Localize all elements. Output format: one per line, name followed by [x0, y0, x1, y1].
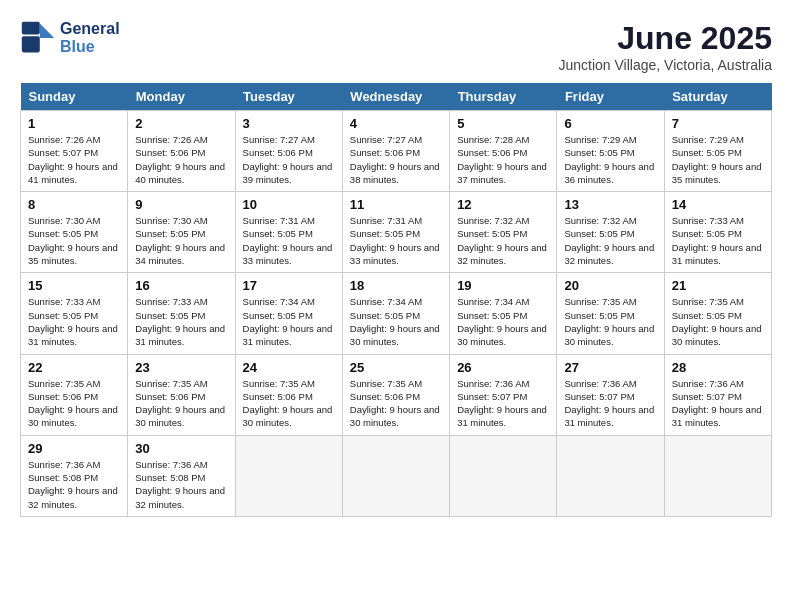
page-header: General Blue June 2025 Junction Village,…: [20, 20, 772, 73]
empty-cell: [664, 435, 771, 516]
day-cell: 21 Sunrise: 7:35 AM Sunset: 5:05 PM Dayl…: [664, 273, 771, 354]
day-info: Sunrise: 7:28 AM Sunset: 5:06 PM Dayligh…: [457, 133, 549, 186]
col-saturday: Saturday: [664, 83, 771, 111]
calendar-table: Sunday Monday Tuesday Wednesday Thursday…: [20, 83, 772, 517]
day-info: Sunrise: 7:33 AM Sunset: 5:05 PM Dayligh…: [135, 295, 227, 348]
col-wednesday: Wednesday: [342, 83, 449, 111]
day-number: 17: [243, 278, 335, 293]
day-number: 27: [564, 360, 656, 375]
day-cell: 18 Sunrise: 7:34 AM Sunset: 5:05 PM Dayl…: [342, 273, 449, 354]
location: Junction Village, Victoria, Australia: [559, 57, 773, 73]
calendar-week-1: 1 Sunrise: 7:26 AM Sunset: 5:07 PM Dayli…: [21, 111, 772, 192]
day-cell: 14 Sunrise: 7:33 AM Sunset: 5:05 PM Dayl…: [664, 192, 771, 273]
day-cell: 22 Sunrise: 7:35 AM Sunset: 5:06 PM Dayl…: [21, 354, 128, 435]
day-cell: 15 Sunrise: 7:33 AM Sunset: 5:05 PM Dayl…: [21, 273, 128, 354]
day-cell: 13 Sunrise: 7:32 AM Sunset: 5:05 PM Dayl…: [557, 192, 664, 273]
day-number: 5: [457, 116, 549, 131]
day-info: Sunrise: 7:36 AM Sunset: 5:08 PM Dayligh…: [28, 458, 120, 511]
day-info: Sunrise: 7:33 AM Sunset: 5:05 PM Dayligh…: [28, 295, 120, 348]
day-info: Sunrise: 7:26 AM Sunset: 5:06 PM Dayligh…: [135, 133, 227, 186]
calendar-week-4: 22 Sunrise: 7:35 AM Sunset: 5:06 PM Dayl…: [21, 354, 772, 435]
day-cell: 6 Sunrise: 7:29 AM Sunset: 5:05 PM Dayli…: [557, 111, 664, 192]
day-number: 30: [135, 441, 227, 456]
day-cell: 5 Sunrise: 7:28 AM Sunset: 5:06 PM Dayli…: [450, 111, 557, 192]
day-number: 9: [135, 197, 227, 212]
day-cell: 2 Sunrise: 7:26 AM Sunset: 5:06 PM Dayli…: [128, 111, 235, 192]
month-title: June 2025: [559, 20, 773, 57]
day-cell: 11 Sunrise: 7:31 AM Sunset: 5:05 PM Dayl…: [342, 192, 449, 273]
logo: General Blue: [20, 20, 120, 56]
day-info: Sunrise: 7:32 AM Sunset: 5:05 PM Dayligh…: [564, 214, 656, 267]
svg-rect-1: [22, 22, 40, 35]
day-cell: 23 Sunrise: 7:35 AM Sunset: 5:06 PM Dayl…: [128, 354, 235, 435]
day-cell: 28 Sunrise: 7:36 AM Sunset: 5:07 PM Dayl…: [664, 354, 771, 435]
day-number: 28: [672, 360, 764, 375]
day-number: 13: [564, 197, 656, 212]
day-number: 11: [350, 197, 442, 212]
day-info: Sunrise: 7:35 AM Sunset: 5:05 PM Dayligh…: [564, 295, 656, 348]
day-cell: 12 Sunrise: 7:32 AM Sunset: 5:05 PM Dayl…: [450, 192, 557, 273]
day-cell: 4 Sunrise: 7:27 AM Sunset: 5:06 PM Dayli…: [342, 111, 449, 192]
logo-icon: [20, 20, 56, 56]
day-info: Sunrise: 7:36 AM Sunset: 5:07 PM Dayligh…: [457, 377, 549, 430]
day-cell: 16 Sunrise: 7:33 AM Sunset: 5:05 PM Dayl…: [128, 273, 235, 354]
day-info: Sunrise: 7:36 AM Sunset: 5:07 PM Dayligh…: [672, 377, 764, 430]
day-cell: 8 Sunrise: 7:30 AM Sunset: 5:05 PM Dayli…: [21, 192, 128, 273]
col-tuesday: Tuesday: [235, 83, 342, 111]
day-cell: 30 Sunrise: 7:36 AM Sunset: 5:08 PM Dayl…: [128, 435, 235, 516]
day-number: 10: [243, 197, 335, 212]
day-info: Sunrise: 7:34 AM Sunset: 5:05 PM Dayligh…: [350, 295, 442, 348]
day-number: 19: [457, 278, 549, 293]
logo-text: General Blue: [60, 20, 120, 56]
calendar-week-5: 29 Sunrise: 7:36 AM Sunset: 5:08 PM Dayl…: [21, 435, 772, 516]
day-number: 23: [135, 360, 227, 375]
day-info: Sunrise: 7:35 AM Sunset: 5:06 PM Dayligh…: [28, 377, 120, 430]
day-number: 20: [564, 278, 656, 293]
day-cell: 25 Sunrise: 7:35 AM Sunset: 5:06 PM Dayl…: [342, 354, 449, 435]
empty-cell: [342, 435, 449, 516]
day-info: Sunrise: 7:31 AM Sunset: 5:05 PM Dayligh…: [350, 214, 442, 267]
day-info: Sunrise: 7:27 AM Sunset: 5:06 PM Dayligh…: [243, 133, 335, 186]
day-cell: 26 Sunrise: 7:36 AM Sunset: 5:07 PM Dayl…: [450, 354, 557, 435]
day-number: 3: [243, 116, 335, 131]
day-cell: 17 Sunrise: 7:34 AM Sunset: 5:05 PM Dayl…: [235, 273, 342, 354]
day-cell: 10 Sunrise: 7:31 AM Sunset: 5:05 PM Dayl…: [235, 192, 342, 273]
day-number: 6: [564, 116, 656, 131]
col-thursday: Thursday: [450, 83, 557, 111]
day-number: 2: [135, 116, 227, 131]
day-info: Sunrise: 7:31 AM Sunset: 5:05 PM Dayligh…: [243, 214, 335, 267]
day-info: Sunrise: 7:29 AM Sunset: 5:05 PM Dayligh…: [672, 133, 764, 186]
day-number: 26: [457, 360, 549, 375]
empty-cell: [557, 435, 664, 516]
day-info: Sunrise: 7:35 AM Sunset: 5:06 PM Dayligh…: [135, 377, 227, 430]
day-cell: 29 Sunrise: 7:36 AM Sunset: 5:08 PM Dayl…: [21, 435, 128, 516]
day-cell: 9 Sunrise: 7:30 AM Sunset: 5:05 PM Dayli…: [128, 192, 235, 273]
day-number: 18: [350, 278, 442, 293]
day-number: 15: [28, 278, 120, 293]
day-number: 1: [28, 116, 120, 131]
day-info: Sunrise: 7:27 AM Sunset: 5:06 PM Dayligh…: [350, 133, 442, 186]
day-info: Sunrise: 7:34 AM Sunset: 5:05 PM Dayligh…: [457, 295, 549, 348]
svg-rect-0: [22, 36, 40, 52]
day-cell: 27 Sunrise: 7:36 AM Sunset: 5:07 PM Dayl…: [557, 354, 664, 435]
day-cell: 19 Sunrise: 7:34 AM Sunset: 5:05 PM Dayl…: [450, 273, 557, 354]
col-sunday: Sunday: [21, 83, 128, 111]
empty-cell: [450, 435, 557, 516]
day-info: Sunrise: 7:30 AM Sunset: 5:05 PM Dayligh…: [135, 214, 227, 267]
day-info: Sunrise: 7:35 AM Sunset: 5:06 PM Dayligh…: [243, 377, 335, 430]
day-number: 29: [28, 441, 120, 456]
day-info: Sunrise: 7:26 AM Sunset: 5:07 PM Dayligh…: [28, 133, 120, 186]
svg-marker-2: [40, 24, 54, 38]
day-cell: 24 Sunrise: 7:35 AM Sunset: 5:06 PM Dayl…: [235, 354, 342, 435]
day-number: 16: [135, 278, 227, 293]
day-number: 24: [243, 360, 335, 375]
col-friday: Friday: [557, 83, 664, 111]
calendar-week-3: 15 Sunrise: 7:33 AM Sunset: 5:05 PM Dayl…: [21, 273, 772, 354]
col-monday: Monday: [128, 83, 235, 111]
day-info: Sunrise: 7:32 AM Sunset: 5:05 PM Dayligh…: [457, 214, 549, 267]
calendar-week-2: 8 Sunrise: 7:30 AM Sunset: 5:05 PM Dayli…: [21, 192, 772, 273]
day-number: 7: [672, 116, 764, 131]
day-number: 12: [457, 197, 549, 212]
day-info: Sunrise: 7:35 AM Sunset: 5:05 PM Dayligh…: [672, 295, 764, 348]
day-number: 14: [672, 197, 764, 212]
